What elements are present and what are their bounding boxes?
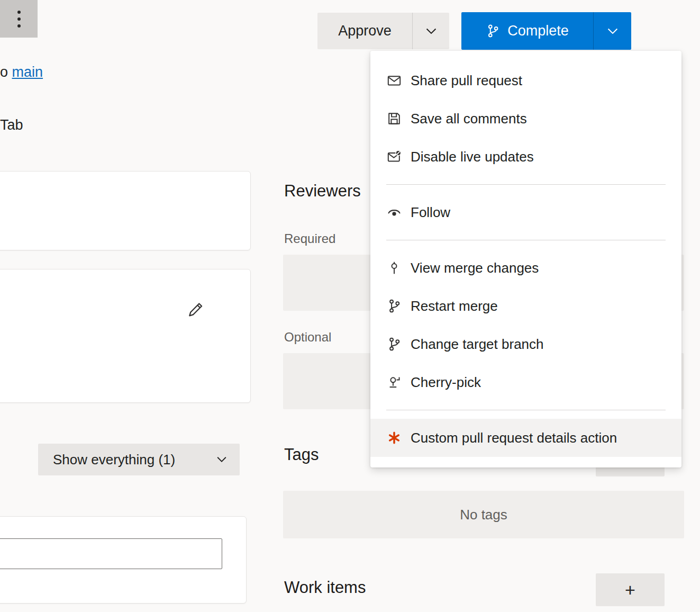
- description-card: [0, 269, 251, 403]
- target-branch-link[interactable]: main: [12, 64, 43, 80]
- vertical-ellipsis-icon: [17, 11, 21, 14]
- menu-item-share-pull-request[interactable]: Share pull request: [370, 61, 681, 100]
- menu-item-label: Change target branch: [411, 336, 544, 353]
- chevron-down-icon: [215, 453, 228, 466]
- menu-item-label: Follow: [411, 204, 450, 221]
- plus-icon: +: [625, 580, 635, 600]
- pull-request-page: Approve Complete o main Tab: [0, 0, 700, 612]
- show-everything-label: Show everything (1): [53, 452, 175, 468]
- menu-item-restart-merge[interactable]: Restart merge: [370, 287, 681, 325]
- menu-item-disable-live-updates[interactable]: Disable live updates: [370, 138, 681, 176]
- save-icon: [387, 111, 402, 126]
- menu-item-label: Share pull request: [411, 73, 522, 89]
- menu-item-label: Save all comments: [411, 111, 527, 127]
- more-actions-menu: Share pull request Save all comments: [370, 51, 681, 467]
- menu-item-label: Disable live updates: [411, 149, 534, 165]
- breadcrumb-prefix: o: [0, 64, 8, 80]
- git-commit-icon: [387, 260, 402, 275]
- menu-divider: [386, 410, 666, 410]
- required-label: Required: [284, 231, 335, 246]
- tab-label: Tab: [0, 117, 23, 133]
- more-actions-button[interactable]: [0, 0, 38, 38]
- edit-pencil-icon[interactable]: [186, 300, 205, 319]
- complete-dropdown-button[interactable]: [593, 12, 631, 50]
- approve-button[interactable]: Approve: [317, 13, 412, 49]
- approve-split-button: Approve: [317, 13, 449, 49]
- menu-item-label: Custom pull request details action: [411, 430, 617, 446]
- optional-label: Optional: [284, 330, 331, 345]
- cherry-pick-icon: [387, 375, 402, 390]
- git-branch-icon: [486, 24, 500, 38]
- git-branch-icon: [387, 337, 402, 352]
- follow-eye-icon: [387, 205, 402, 220]
- work-items-heading: Work items: [284, 578, 366, 597]
- menu-item-save-all-comments[interactable]: Save all comments: [370, 100, 681, 138]
- menu-item-label: Cherry-pick: [411, 374, 481, 391]
- menu-item-follow[interactable]: Follow: [370, 193, 681, 231]
- complete-button[interactable]: Complete: [461, 12, 593, 50]
- approve-dropdown-button[interactable]: [412, 13, 449, 49]
- reviewers-heading: Reviewers: [284, 182, 361, 201]
- menu-divider: [386, 240, 666, 240]
- menu-item-label: View merge changes: [411, 260, 539, 276]
- menu-item-change-target-branch[interactable]: Change target branch: [370, 325, 681, 363]
- left-card-top: [0, 171, 251, 250]
- no-tags-box: No tags: [283, 491, 684, 538]
- show-everything-dropdown[interactable]: Show everything (1): [38, 444, 240, 475]
- mail-icon: [387, 73, 402, 88]
- extension-icon: [387, 430, 402, 445]
- menu-item-cherry-pick[interactable]: Cherry-pick: [370, 363, 681, 401]
- chevron-down-icon: [606, 24, 620, 38]
- chevron-down-icon: [424, 24, 438, 38]
- complete-button-label: Complete: [507, 23, 569, 39]
- tags-heading: Tags: [284, 445, 319, 464]
- menu-item-view-merge-changes[interactable]: View merge changes: [370, 249, 681, 287]
- menu-item-custom-pull-request-details-action[interactable]: Custom pull request details action: [370, 419, 681, 457]
- complete-split-button: Complete: [461, 12, 631, 50]
- git-branch-icon: [387, 299, 402, 313]
- mail-paused-icon: [387, 149, 402, 164]
- breadcrumb: o main: [0, 64, 43, 80]
- no-tags-text: No tags: [460, 507, 507, 523]
- comment-input[interactable]: [0, 538, 222, 569]
- add-work-item-button[interactable]: +: [596, 573, 665, 606]
- menu-item-label: Restart merge: [411, 298, 498, 314]
- menu-divider: [386, 184, 666, 185]
- approve-button-label: Approve: [338, 23, 392, 39]
